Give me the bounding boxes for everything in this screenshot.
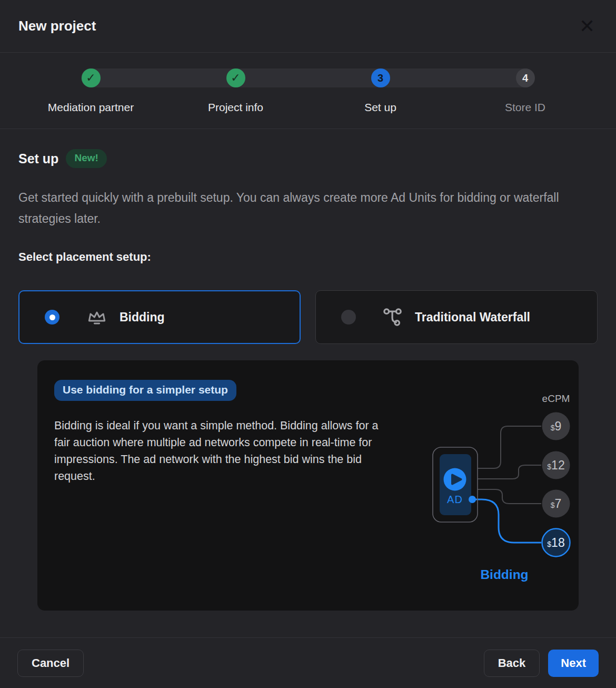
new-badge: New! [66,149,106,168]
step-label: Project info [208,101,263,114]
ecpm-label: eCPM [542,393,570,404]
step-check-icon: ✓ [226,68,245,87]
next-button[interactable]: Next [548,650,599,677]
bid-circle-winner: $18 [542,529,570,557]
back-button[interactable]: Back [484,650,540,677]
modal-header: New project ✕ [0,0,616,53]
option-label: Traditional Waterfall [415,310,530,325]
step-project-info[interactable]: ✓ Project info [163,53,308,129]
crown-icon [86,307,108,327]
step-label: Set up [364,101,396,114]
waterfall-branch-icon [382,307,403,327]
section-description: Get started quickly with a prebuilt setu… [18,187,595,229]
panel-description: Bidding is ideal if you want a simple me… [54,417,383,485]
bid-circle: $7 [542,490,570,518]
step-label: Store ID [505,101,545,114]
option-card-traditional-waterfall[interactable]: Traditional Waterfall [315,290,598,344]
step-set-up[interactable]: 3 Set up [308,53,453,129]
section-heading: Set up [18,151,58,166]
cancel-button[interactable]: Cancel [17,650,84,677]
bidding-illustration: eCPM AD [419,384,608,589]
step-mediation-partner[interactable]: ✓ Mediation partner [18,53,163,129]
new-project-modal: New project ✕ ✓ Mediation partner ✓ Proj… [0,0,616,688]
modal-body: Set up New! Get started quickly with a p… [0,149,616,611]
step-check-icon: ✓ [82,68,101,87]
bid-origin-dot [469,496,476,503]
modal-footer: Cancel Back Next [0,637,616,688]
bid-circle: $12 [542,451,570,479]
phone-ad-icon: AD [433,447,478,522]
option-label: Bidding [120,310,165,325]
placement-setup-label: Select placement setup: [18,250,598,264]
wizard-stepper: ✓ Mediation partner ✓ Project info 3 Set… [0,53,616,129]
modal-title: New project [18,18,96,34]
step-number: 3 [371,68,390,87]
illustration-caption: Bidding [480,567,528,582]
connector-lines [478,426,541,504]
step-number: 4 [516,68,535,87]
bidding-info-panel: Use bidding for a simpler setup Bidding … [37,360,579,611]
step-store-id[interactable]: 4 Store ID [453,53,598,129]
radio-traditional-waterfall[interactable] [341,310,356,325]
option-card-bidding[interactable]: Bidding [18,290,301,344]
bid-circle: $9 [542,412,570,440]
close-icon[interactable]: ✕ [577,16,598,37]
placement-options: Bidding Traditional Waterfall [18,290,598,344]
radio-bidding[interactable] [45,310,59,325]
panel-badge: Use bidding for a simpler setup [54,380,236,401]
step-label: Mediation partner [48,101,134,114]
winning-bid-line [474,499,541,543]
ad-label: AD [447,494,463,505]
